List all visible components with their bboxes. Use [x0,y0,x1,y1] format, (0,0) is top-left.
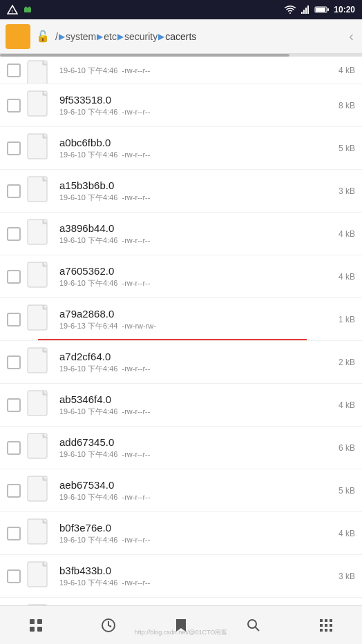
file-checkbox[interactable] [7,484,21,498]
warning-icon: ! [7,4,18,15]
file-meta: 19-6-10 下午4:46 -rw-r--r-- [59,492,333,502]
list-item[interactable]: add67345.0 19-6-10 下午4:46 -rw-r--r-- 6 k… [0,427,362,469]
file-checkbox[interactable] [7,355,21,369]
breadcrumb-root[interactable]: / [55,31,58,42]
file-meta: 19-6-10 下午4:46 -rw-r--r-- [59,278,333,289]
file-name: a7605362.0 [59,265,333,277]
file-icon [26,476,53,506]
list-item-highlighted[interactable]: a79a2868.0 19-6-13 下午6:44 -rw-rw-rw- 1 k… [0,298,362,341]
file-size: 4 kB [339,229,355,239]
bottom-nav [0,605,362,644]
svg-rect-35 [325,619,327,622]
file-meta: 19-6-10 下午4:46 -rw-r--r-- [59,449,333,460]
file-checkbox[interactable] [7,270,21,284]
svg-rect-42 [330,629,332,632]
file-size: 1 kB [339,315,355,324]
breadcrumb-system[interactable]: system [66,31,96,42]
svg-rect-29 [30,627,35,632]
file-name: b3fb433b.0 [59,565,333,576]
breadcrumb-cacerts[interactable]: cacerts [165,31,196,42]
file-info: a0bc6fbb.0 19-6-10 下午4:46 -rw-r--r-- [59,137,333,160]
file-meta: 19-6-10 下午4:46 -rw-r--r-- [59,193,333,203]
file-checkbox[interactable] [7,64,21,77]
file-size: 4 kB [339,400,355,410]
file-icon [26,219,53,249]
file-meta: 19-6-10 下午4:46 -rw-r--r-- [59,235,333,246]
file-size: 4 kB [339,272,355,282]
nav-history[interactable] [91,608,126,643]
nav-search[interactable] [236,608,271,643]
file-meta: 19-6-13 下午6:44 -rw-rw-rw- [59,321,333,331]
list-item[interactable]: a15b3b6b.0 19-6-10 下午4:46 -rw-r--r-- 3 k… [0,170,362,213]
file-info: b3fb433b.0 19-6-10 下午4:46 -rw-r--r-- [59,565,333,588]
svg-rect-10 [316,8,325,12]
file-icon [26,433,53,463]
list-item[interactable]: a7605362.0 19-6-10 下午4:46 -rw-r--r-- 4 k… [0,255,362,298]
svg-rect-37 [320,624,323,627]
file-checkbox[interactable] [7,527,21,540]
list-item[interactable]: b3fb433b.0 19-6-10 下午4:46 -rw-r--r-- 3 k… [0,555,362,598]
file-meta: 19-6-10 下午4:46 -rw-r--r-- [59,107,333,117]
list-item[interactable]: a0bc6fbb.0 19-6-10 下午4:46 -rw-r--r-- 5 k… [0,127,362,170]
back-button[interactable]: ‹ [346,28,356,44]
lock-icon: 🔓 [33,30,53,43]
file-checkbox[interactable] [7,142,21,155]
svg-rect-7 [305,8,307,14]
file-icon [26,133,53,164]
list-item[interactable]: b0f3e76e.0 19-6-10 下午4:46 -rw-r--r-- 4 k… [0,512,362,555]
file-info: a7d2cf64.0 19-6-10 下午4:46 -rw-r--r-- [59,351,333,374]
file-checkbox[interactable] [7,99,21,113]
file-info: 9f533518.0 19-6-10 下午4:46 -rw-r--r-- [59,94,333,117]
file-info: a15b3b6b.0 19-6-10 下午4:46 -rw-r--r-- [59,179,333,203]
file-name: a3896b44.0 [59,222,333,234]
file-size: 5 kB [339,144,355,153]
file-name: a0bc6fbb.0 [59,137,333,148]
clock-icon [100,617,117,634]
svg-rect-40 [320,629,323,632]
file-size: 3 kB [339,572,355,581]
list-item[interactable]: ab5346f4.0 19-6-10 下午4:46 -rw-r--r-- 4 k… [0,384,362,427]
file-name: 9f533518.0 [59,94,333,106]
file-name: add67345.0 [59,436,333,448]
svg-text:!: ! [11,8,12,14]
svg-rect-27 [30,619,35,624]
svg-rect-34 [320,619,323,622]
file-checkbox[interactable] [7,398,21,412]
svg-rect-38 [325,624,327,627]
list-item[interactable]: a7d2cf64.0 19-6-10 下午4:46 -rw-r--r-- 2 k… [0,341,362,384]
file-checkbox[interactable] [7,441,21,455]
svg-rect-11 [327,8,329,11]
file-size: 3 kB [339,186,355,196]
breadcrumb: / ▶ system ▶ etc ▶ security ▶ cacerts [55,31,343,42]
svg-rect-5 [301,12,303,14]
file-size: 4 kB [339,66,355,75]
svg-rect-8 [307,6,309,14]
file-checkbox[interactable] [7,313,21,326]
file-icon [26,176,53,206]
list-item[interactable]: aeb67534.0 19-6-10 下午4:46 -rw-r--r-- 5 k… [0,469,362,512]
nav-menu[interactable] [309,608,343,643]
file-size: 8 kB [339,101,355,110]
list-item[interactable]: a3896b44.0 19-6-10 下午4:46 -rw-r--r-- 4 k… [0,213,362,255]
nav-bookmarks[interactable] [164,608,198,643]
breadcrumb-etc[interactable]: etc [104,31,117,42]
file-name: b0f3e76e.0 [59,522,333,534]
file-icon [26,347,53,378]
list-item[interactable]: 9f533518.0 19-6-10 下午4:46 -rw-r--r-- 8 k… [0,84,362,127]
folder-icon[interactable] [6,24,30,49]
nav-apps[interactable] [19,608,53,643]
svg-rect-6 [303,10,305,14]
grid-icon [28,617,44,634]
svg-point-32 [248,620,256,628]
status-right-icons: 10:20 [284,5,355,14]
breadcrumb-security[interactable]: security [124,31,158,42]
list-item[interactable]: 19-6-10 下午4:46 -rw-r--r-- 4 kB [0,57,362,84]
file-info: add67345.0 19-6-10 下午4:46 -rw-r--r-- [59,436,333,460]
file-checkbox[interactable] [7,227,21,241]
file-list: 19-6-10 下午4:46 -rw-r--r-- 4 kB 9f533518.… [0,57,362,644]
file-name: a15b3b6b.0 [59,179,333,191]
svg-rect-36 [330,619,332,622]
file-checkbox[interactable] [7,184,21,198]
file-info: a79a2868.0 19-6-13 下午6:44 -rw-rw-rw- [59,308,333,331]
file-checkbox[interactable] [7,569,21,583]
